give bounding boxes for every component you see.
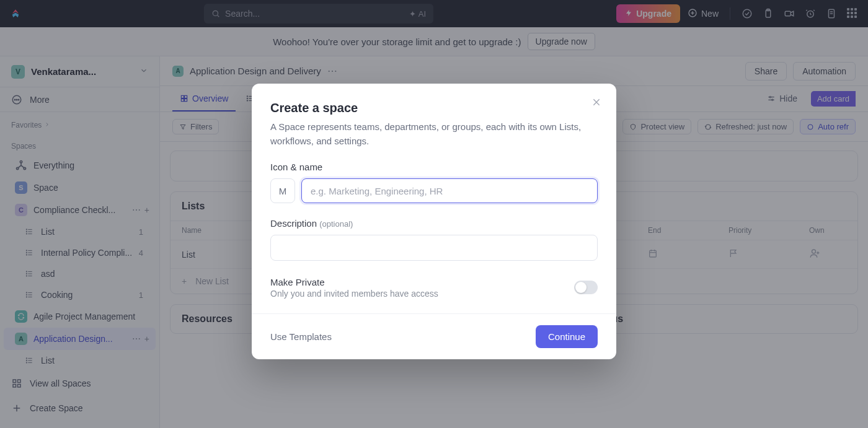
description-label: Description (optional) — [270, 218, 598, 229]
private-title: Make Private — [270, 277, 438, 287]
toggle-knob — [575, 282, 587, 293]
use-templates-button[interactable]: Use Templates — [270, 331, 332, 342]
private-toggle[interactable] — [574, 281, 598, 294]
close-icon — [591, 97, 601, 107]
create-space-modal: Create a space A Space represents teams,… — [252, 84, 616, 359]
modal-title: Create a space — [270, 101, 598, 115]
desc-label-text: Description — [270, 218, 317, 229]
space-name-input[interactable] — [301, 178, 598, 203]
icon-name-label: Icon & name — [270, 162, 598, 172]
space-icon-picker[interactable]: M — [270, 178, 295, 203]
modal-overlay[interactable]: Create a space A Space represents teams,… — [0, 0, 868, 428]
modal-subtitle: A Space represents teams, departments, o… — [270, 120, 598, 148]
close-button[interactable] — [589, 95, 604, 111]
desc-optional: (optional) — [319, 219, 353, 229]
description-input[interactable] — [270, 235, 598, 261]
continue-button[interactable]: Continue — [536, 325, 598, 348]
private-subtitle: Only you and invited members have access — [270, 289, 438, 299]
